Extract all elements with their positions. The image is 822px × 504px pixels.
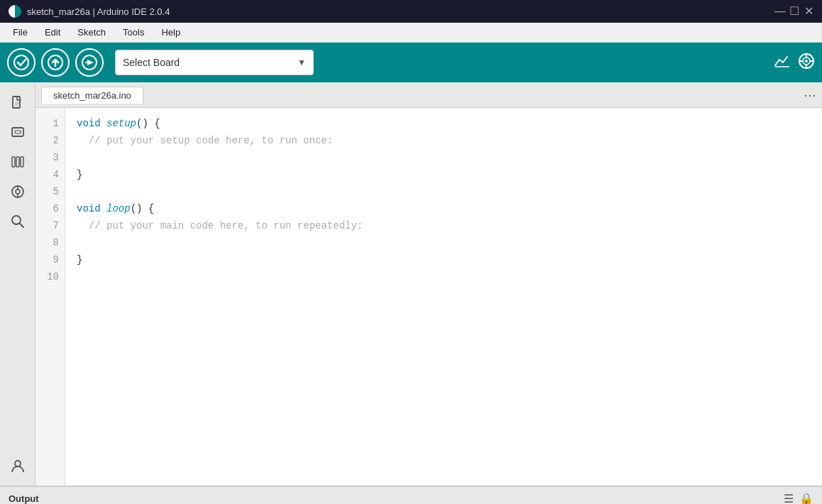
board-select-dropdown[interactable]: Select Board ▼ xyxy=(115,50,314,75)
svg-rect-19 xyxy=(12,157,15,167)
sidebar-item-search[interactable] xyxy=(5,209,31,234)
window-title: sketch_mar26a | Arduino IDE 2.0.4 xyxy=(27,6,769,17)
close-button[interactable]: ✕ xyxy=(804,6,813,16)
output-menu-icon[interactable]: ☰ xyxy=(784,492,794,504)
svg-line-27 xyxy=(19,224,23,228)
svg-rect-14 xyxy=(13,97,20,108)
sidebar-item-boards-manager[interactable] xyxy=(5,179,31,204)
output-lock-icon[interactable]: 🔒 xyxy=(799,492,813,504)
output-title: Output xyxy=(9,493,39,504)
minimize-button[interactable]: — xyxy=(775,6,785,16)
svg-point-23 xyxy=(16,190,20,194)
toolbar: Select Board ▼ xyxy=(0,43,822,82)
svg-rect-20 xyxy=(16,157,19,167)
menu-edit[interactable]: Edit xyxy=(38,26,67,39)
serial-monitor-button[interactable] xyxy=(798,53,815,73)
chevron-down-icon: ▼ xyxy=(297,57,306,67)
output-panel: Output ☰ 🔒 正在下载软件包 arduino:avr-gcc@7.3.0… xyxy=(0,486,822,504)
window-controls[interactable]: — ☐ ✕ xyxy=(775,6,813,16)
svg-rect-17 xyxy=(12,128,23,136)
sidebar-bottom xyxy=(5,453,31,486)
file-tab-name: sketch_mar26a.ino xyxy=(53,90,131,101)
file-tab[interactable]: sketch_mar26a.ino xyxy=(41,87,143,104)
svg-rect-18 xyxy=(15,131,21,133)
sidebar-item-user[interactable] xyxy=(5,453,31,478)
serial-plotter-button[interactable] xyxy=(774,53,791,73)
maximize-button[interactable]: ☐ xyxy=(789,6,799,16)
sidebar-item-board[interactable] xyxy=(5,119,31,145)
sidebar-item-files[interactable] xyxy=(5,89,31,115)
code-content[interactable]: void setup() { // put your setup code he… xyxy=(65,108,822,486)
main-area: sketch_mar26a.ino ⋯ 1 2 3 4 5 6 7 8 9 10… xyxy=(0,82,822,486)
svg-marker-4 xyxy=(87,60,94,65)
menu-help[interactable]: Help xyxy=(154,26,187,39)
code-editor[interactable]: 1 2 3 4 5 6 7 8 9 10 void setup() { // p… xyxy=(35,108,822,486)
svg-point-9 xyxy=(805,60,808,62)
title-bar: sketch_mar26a | Arduino IDE 2.0.4 — ☐ ✕ xyxy=(0,0,822,23)
output-icons: ☰ 🔒 xyxy=(784,492,813,504)
editor-area: sketch_mar26a.ino ⋯ 1 2 3 4 5 6 7 8 9 10… xyxy=(35,82,822,486)
app-logo xyxy=(9,5,21,18)
menu-tools[interactable]: Tools xyxy=(116,26,151,39)
file-tab-menu-icon[interactable]: ⋯ xyxy=(804,87,816,103)
svg-rect-21 xyxy=(21,157,23,167)
menu-sketch[interactable]: Sketch xyxy=(70,26,113,39)
debugger-button[interactable] xyxy=(75,48,104,77)
file-tab-bar: sketch_mar26a.ino ⋯ xyxy=(35,82,822,108)
sidebar xyxy=(0,82,35,486)
verify-button[interactable] xyxy=(7,48,35,77)
line-numbers: 1 2 3 4 5 6 7 8 9 10 xyxy=(35,108,65,486)
sidebar-item-library[interactable] xyxy=(5,149,31,175)
menu-file[interactable]: File xyxy=(6,26,35,39)
upload-button[interactable] xyxy=(41,48,70,77)
toolbar-right xyxy=(774,53,815,73)
board-select-label: Select Board xyxy=(123,57,293,68)
svg-point-0 xyxy=(14,55,28,70)
svg-point-28 xyxy=(15,461,21,466)
output-header: Output ☰ 🔒 xyxy=(0,487,822,504)
menu-bar: File Edit Sketch Tools Help xyxy=(0,23,822,43)
